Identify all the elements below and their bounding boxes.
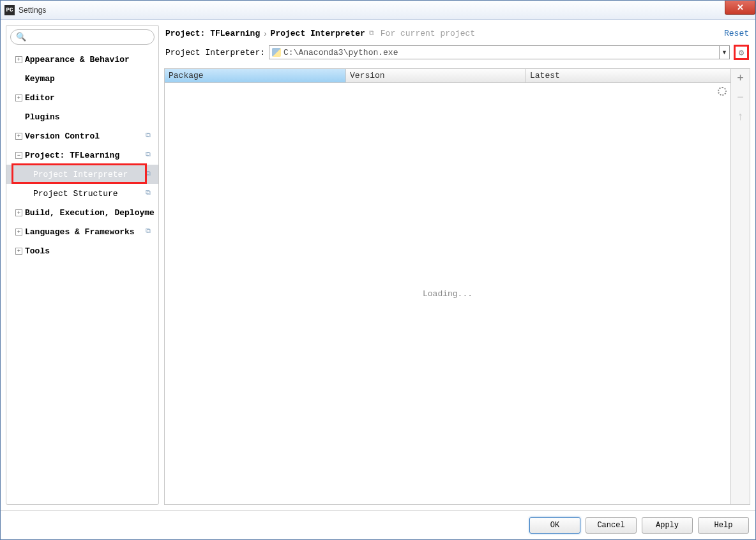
- titlebar: PC Settings ✕: [1, 1, 755, 20]
- gear-icon: ⚙: [739, 47, 744, 58]
- table-header: Package Version Latest: [165, 69, 730, 83]
- search-box[interactable]: 🔍: [10, 29, 155, 45]
- python-icon: [272, 48, 281, 57]
- search-icon: 🔍: [16, 32, 26, 42]
- column-package[interactable]: Package: [165, 69, 346, 82]
- chevron-right-icon: ›: [264, 29, 266, 38]
- expand-icon[interactable]: +: [15, 133, 22, 140]
- sidebar-item-label: Keymap: [25, 74, 55, 84]
- gear-button[interactable]: ⚙: [734, 45, 749, 60]
- breadcrumb-root: Project: TFLearning: [165, 29, 260, 38]
- column-latest[interactable]: Latest: [526, 69, 730, 82]
- sidebar-item-editor[interactable]: +Editor: [6, 88, 158, 107]
- sidebar-item-build-execution-deployme[interactable]: +Build, Execution, Deployme: [6, 203, 158, 222]
- packages-table: Package Version Latest Loading...: [165, 69, 730, 504]
- modified-icon: ⧉: [146, 227, 155, 236]
- sidebar-item-label: Tools: [25, 246, 50, 256]
- window-title: Settings: [19, 6, 46, 15]
- copy-icon: ⧉: [369, 29, 374, 37]
- close-button[interactable]: ✕: [725, 1, 755, 15]
- sidebar-item-tools[interactable]: +Tools: [6, 241, 158, 260]
- interpreter-label: Project Interpreter:: [165, 48, 265, 57]
- expand-icon: [15, 75, 22, 82]
- help-button[interactable]: Help: [698, 517, 749, 534]
- modified-icon: ⧉: [146, 170, 155, 179]
- app-icon: PC: [4, 5, 15, 15]
- settings-window: PC Settings ✕ 🔍 +Appearance & BehaviorKe…: [0, 0, 756, 540]
- column-version[interactable]: Version: [346, 69, 526, 82]
- sidebar-item-label: Plugins: [25, 112, 60, 122]
- sidebar-item-label: Project Structure: [33, 189, 118, 199]
- expand-icon[interactable]: +: [15, 248, 22, 255]
- modified-icon: ⧉: [146, 151, 155, 160]
- sidebar-item-label: Editor: [25, 93, 55, 103]
- sidebar-item-label: Build, Execution, Deployme: [25, 208, 155, 218]
- search-input[interactable]: [29, 33, 149, 41]
- settings-tree: +Appearance & BehaviorKeymap+EditorPlugi…: [6, 49, 158, 504]
- breadcrumb-hint: For current project: [381, 29, 475, 38]
- reset-link[interactable]: Reset: [724, 29, 749, 38]
- arrow-up-icon: ↑: [737, 110, 743, 123]
- dialog-footer: OK Cancel Apply Help: [1, 510, 755, 539]
- packages-table-wrap: Package Version Latest Loading... + − ↑: [164, 68, 750, 505]
- ok-button[interactable]: OK: [529, 517, 580, 534]
- breadcrumb: Project: TFLearning › Project Interprete…: [164, 25, 750, 41]
- expand-icon[interactable]: +: [15, 209, 22, 216]
- cancel-button[interactable]: Cancel: [586, 517, 637, 534]
- sidebar-item-label: Languages & Frameworks: [25, 227, 135, 237]
- main-panel: Project: TFLearning › Project Interprete…: [164, 25, 750, 505]
- modified-icon: ⧉: [146, 189, 155, 198]
- remove-package-button[interactable]: −: [734, 91, 747, 103]
- expand-icon[interactable]: +: [15, 229, 22, 236]
- sidebar-item-label: Version Control: [25, 131, 100, 141]
- sidebar-item-keymap[interactable]: Keymap: [6, 69, 158, 88]
- sidebar-item-plugins[interactable]: Plugins: [6, 107, 158, 126]
- sidebar-item-project-interpreter[interactable]: Project Interpreter⧉: [6, 165, 158, 184]
- sidebar-item-project-structure[interactable]: Project Structure⧉: [6, 184, 158, 203]
- loading-spinner-icon: [718, 87, 727, 96]
- sidebar: 🔍 +Appearance & BehaviorKeymap+EditorPlu…: [6, 25, 159, 505]
- sidebar-item-label: Appearance & Behavior: [25, 55, 130, 64]
- collapse-icon[interactable]: −: [15, 152, 22, 159]
- expand-icon: [15, 114, 22, 121]
- add-package-button[interactable]: +: [734, 71, 747, 84]
- sidebar-item-languages-frameworks[interactable]: +Languages & Frameworks⧉: [6, 222, 158, 241]
- chevron-down-icon[interactable]: ▼: [719, 46, 729, 59]
- interpreter-row: Project Interpreter: C:\Anaconda3\python…: [164, 41, 750, 63]
- upgrade-package-button[interactable]: ↑: [734, 110, 747, 123]
- minus-icon: −: [737, 91, 744, 104]
- loading-text: Loading...: [423, 289, 472, 299]
- content-area: 🔍 +Appearance & BehaviorKeymap+EditorPlu…: [1, 20, 755, 510]
- sidebar-item-appearance-behavior[interactable]: +Appearance & Behavior: [6, 50, 158, 69]
- sidebar-item-version-control[interactable]: +Version Control⧉: [6, 126, 158, 146]
- sidebar-item-label: Project Interpreter: [33, 170, 128, 179]
- expand-icon[interactable]: +: [15, 56, 22, 63]
- breadcrumb-current: Project Interpreter: [271, 29, 365, 38]
- sidebar-item-project-tflearning[interactable]: −Project: TFLearning⧉: [6, 146, 158, 165]
- modified-icon: ⧉: [146, 131, 155, 140]
- close-icon: ✕: [737, 3, 744, 12]
- sidebar-item-label: Project: TFLearning: [25, 151, 119, 160]
- expand-icon[interactable]: +: [15, 94, 22, 101]
- apply-button[interactable]: Apply: [642, 517, 693, 534]
- table-body: Loading...: [165, 83, 730, 504]
- table-toolbar: + − ↑: [730, 69, 750, 504]
- plus-icon: +: [737, 71, 744, 85]
- interpreter-select[interactable]: C:\Anaconda3\python.exe ▼: [269, 45, 730, 59]
- interpreter-path: C:\Anaconda3\python.exe: [284, 48, 398, 57]
